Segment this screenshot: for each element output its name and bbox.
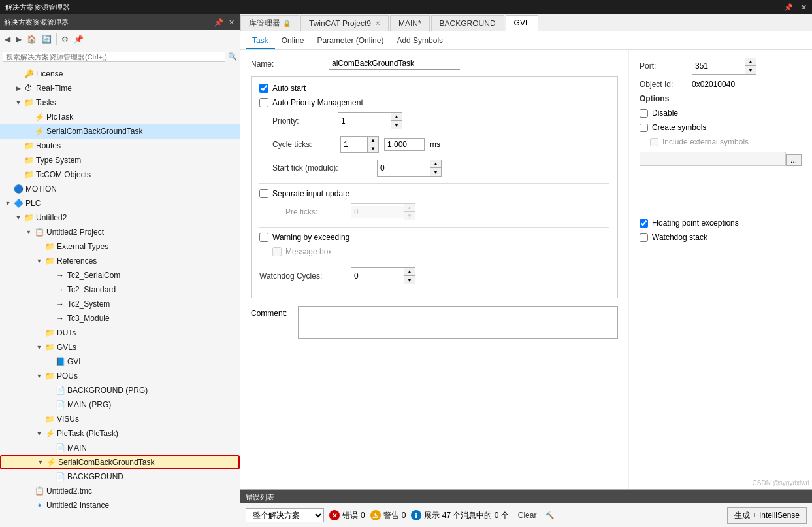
watchdog-down-btn[interactable]: ▼	[404, 276, 415, 284]
watchdog-up-btn[interactable]: ▲	[404, 268, 415, 276]
separate-checkbox[interactable]	[259, 189, 268, 198]
expand-arrow-typesystem[interactable]	[13, 155, 24, 165]
tree-item-visus[interactable]: 📁VISUs	[0, 412, 240, 426]
expand-arrow-tc3module[interactable]	[44, 313, 55, 324]
tree-item-duts[interactable]: 📁DUTs	[0, 326, 240, 340]
expand-arrow-gvl[interactable]	[44, 356, 55, 367]
pin-panel-icon[interactable]: 📌	[213, 18, 225, 27]
refresh-btn[interactable]: 🔄	[40, 33, 54, 45]
pin-icon[interactable]: 📌	[784, 3, 793, 12]
expand-arrow-pous[interactable]	[34, 371, 44, 381]
expand-arrow-references[interactable]	[34, 256, 44, 266]
expand-arrow-untitled2tmc[interactable]	[24, 486, 34, 496]
dotdot-button[interactable]: ...	[786, 154, 802, 166]
close-window-btn[interactable]: ✕	[801, 3, 807, 12]
tree-item-tc2serial[interactable]: →Tc2_SerialCom	[0, 268, 240, 282]
tree-item-tc3module[interactable]: →Tc3_Module	[0, 311, 240, 326]
tree-item-tasks[interactable]: 📁Tasks	[0, 95, 240, 110]
expand-arrow-externaltypes[interactable]	[34, 241, 44, 252]
tree-item-plctasknode[interactable]: ⚡PlcTask (PlcTask)	[0, 426, 240, 441]
tree-item-gvls[interactable]: 📁GVLs	[0, 340, 240, 354]
expand-arrow-license[interactable]	[13, 69, 24, 79]
expand-arrow-serialtasknode[interactable]	[35, 457, 46, 468]
expand-arrow-duts[interactable]	[34, 328, 44, 338]
tree-item-license[interactable]: 🔑License	[0, 67, 240, 81]
disable-checkbox[interactable]	[640, 109, 648, 118]
tree-item-untitled2inst[interactable]: 🔹Untitled2 Instance	[0, 498, 240, 513]
createsymbols-checkbox[interactable]	[640, 124, 648, 132]
warning-checkbox[interactable]	[259, 233, 268, 242]
tab-close-icon[interactable]: ✕	[375, 20, 380, 27]
tree-item-plctask[interactable]: ⚡PlcTask	[0, 110, 240, 124]
expand-arrow-mainpou[interactable]	[44, 443, 55, 453]
tree-item-untitled2tmc[interactable]: 📋Untitled2.tmc	[0, 484, 240, 498]
subtab-paramonline[interactable]: Parameter (Online)	[310, 33, 390, 49]
scope-select[interactable]: 整个解决方案	[246, 508, 324, 522]
expand-arrow-background2[interactable]	[44, 471, 55, 482]
expand-arrow-serialtask[interactable]	[24, 126, 34, 137]
watchdogstack-checkbox[interactable]	[640, 233, 648, 242]
floating-checkbox[interactable]	[640, 219, 648, 228]
tree-item-pous[interactable]: 📁POUs	[0, 369, 240, 383]
starttick-down-btn[interactable]: ▼	[430, 168, 441, 176]
clear-button[interactable]: Clear	[514, 509, 541, 521]
tree-item-externaltypes[interactable]: 📁External Types	[0, 239, 240, 254]
expand-arrow-tccom[interactable]	[13, 169, 24, 180]
cycleticks-down-btn[interactable]: ▼	[368, 144, 378, 152]
tab-libmanager[interactable]: 库管理器 🔒	[240, 15, 299, 31]
expand-arrow-tasks[interactable]	[13, 97, 24, 108]
starttick-value[interactable]	[378, 162, 430, 174]
tree-item-references[interactable]: 📁References	[0, 254, 240, 268]
expand-arrow-plctask[interactable]	[24, 112, 34, 122]
autopriority-checkbox[interactable]	[259, 98, 268, 107]
comment-textarea[interactable]	[298, 306, 618, 339]
port-down-btn[interactable]: ▼	[745, 66, 756, 74]
expand-arrow-tc2standard[interactable]	[44, 284, 55, 295]
autostart-checkbox[interactable]	[259, 84, 268, 93]
tree-item-typesystem[interactable]: 📁Type System	[0, 153, 240, 167]
forward-btn[interactable]: ▶	[14, 33, 24, 45]
port-up-btn[interactable]: ▲	[745, 58, 756, 66]
tab-twincat[interactable]: TwinCAT Project9 ✕	[300, 15, 389, 31]
tree-item-untitled2[interactable]: 📁Untitled2	[0, 211, 240, 225]
tree-item-untitled2proj[interactable]: 📋Untitled2 Project	[0, 225, 240, 239]
expand-arrow-motion[interactable]	[3, 184, 13, 194]
subtab-task[interactable]: Task	[246, 33, 275, 49]
tab-gvl[interactable]: GVL	[506, 15, 538, 31]
tab-main[interactable]: MAIN*	[390, 15, 430, 31]
port-value[interactable]	[692, 60, 745, 72]
tree-item-background[interactable]: 📄BACKGROUND (PRG)	[0, 383, 240, 398]
cycleticks-value[interactable]	[341, 139, 367, 150]
tree-item-routes[interactable]: 📁Routes	[0, 139, 240, 153]
priority-up-btn[interactable]: ▲	[391, 113, 402, 121]
expand-arrow-background[interactable]	[44, 385, 55, 396]
expand-arrow-untitled2proj[interactable]	[24, 227, 34, 237]
tree-item-mainpou[interactable]: 📄MAIN	[0, 441, 240, 455]
expand-arrow-visus[interactable]	[34, 414, 44, 424]
starttick-up-btn[interactable]: ▲	[430, 160, 441, 168]
tree-item-serialtask[interactable]: ⚡SerialComBackGroundTask	[0, 124, 240, 139]
expand-arrow-main[interactable]	[44, 400, 55, 410]
expand-arrow-untitled2[interactable]	[13, 212, 24, 223]
cycleticks-ms-value[interactable]	[385, 139, 424, 150]
expand-arrow-tc2serial[interactable]	[44, 270, 55, 280]
tree-item-tc2system[interactable]: →Tc2_System	[0, 297, 240, 311]
expand-arrow-plc[interactable]	[3, 198, 13, 209]
tree-item-serialtasknode[interactable]: ⚡SerialComBackGroundTask	[0, 455, 240, 469]
expand-arrow-tc2system[interactable]	[44, 299, 55, 309]
settings-btn[interactable]: ⚙	[59, 33, 71, 45]
subtab-addsymbols[interactable]: Add Symbols	[390, 33, 449, 49]
priority-value[interactable]	[338, 115, 391, 127]
tree-item-tc2standard[interactable]: →Tc2_Standard	[0, 282, 240, 297]
pin-btn[interactable]: 📌	[72, 33, 86, 45]
tree-item-background2[interactable]: 📄BACKGROUND	[0, 469, 240, 484]
home-btn[interactable]: 🏠	[25, 33, 39, 45]
priority-down-btn[interactable]: ▼	[391, 121, 402, 129]
tree-item-main[interactable]: 📄MAIN (PRG)	[0, 398, 240, 412]
expand-arrow-routes[interactable]	[13, 141, 24, 151]
subtab-online[interactable]: Online	[275, 33, 311, 49]
watchdog-value[interactable]	[351, 270, 404, 282]
tree-item-motion[interactable]: 🔵MOTION	[0, 182, 240, 196]
build-button[interactable]: 生成 + IntelliSense	[727, 507, 807, 524]
back-btn[interactable]: ◀	[3, 33, 12, 45]
